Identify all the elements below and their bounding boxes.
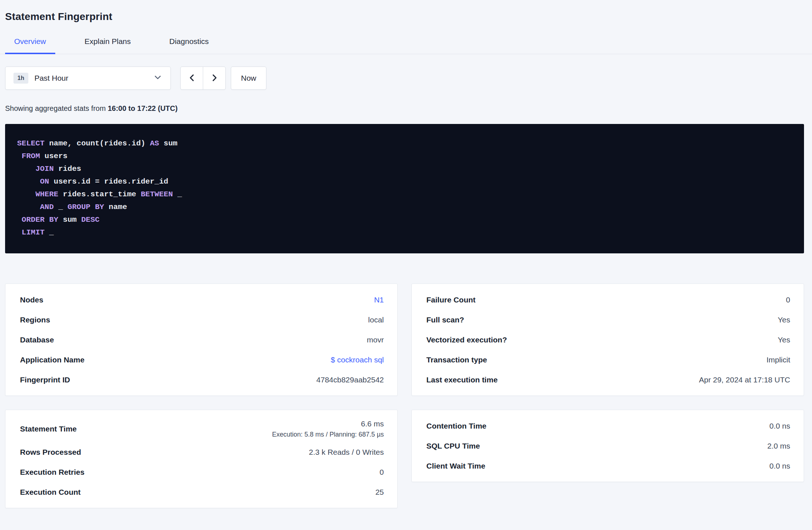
row-value-wrap: N1 [374, 296, 384, 304]
sql-text: users.id = rides.rider_id [49, 177, 168, 186]
row-value: local [368, 316, 384, 324]
row-value: Yes [778, 316, 790, 324]
sql-text: name, count(rides.id) [45, 139, 150, 148]
row-value: movr [367, 336, 384, 344]
card-row: Fingerprint ID4784cb829aab2542 [20, 370, 384, 390]
row-value-wrap: 0.0 ns [769, 462, 790, 470]
card-row: Contention Time0.0 ns [426, 416, 790, 436]
card-row: Statement Time6.6 msExecution: 5.8 ms / … [20, 416, 384, 442]
sql-keyword: DESC [81, 216, 99, 224]
row-value-wrap: 25 [375, 488, 384, 497]
summary-cards: NodesN1RegionslocalDatabasemovrApplicati… [5, 284, 804, 508]
sql-code-line: SELECT name, count(rides.id) AS sum [17, 137, 789, 150]
row-value: 25 [375, 488, 384, 497]
sql-keyword: AS [150, 139, 159, 148]
card-row: Execution Count25 [20, 482, 384, 502]
row-label: Rows Processed [20, 448, 81, 457]
sql-text: _ [173, 190, 182, 198]
summary-prefix: Showing aggregated stats from [5, 104, 108, 112]
sql-keyword: GROUP BY [68, 203, 104, 211]
sql-keyword: LIMIT [17, 228, 45, 237]
sql-text: sum [159, 139, 177, 148]
card-row: Application Name$ cockroach sql [20, 350, 384, 370]
sql-text: _ [54, 203, 68, 211]
time-range-label: Past Hour [35, 74, 154, 83]
tab-explain-plans[interactable]: Explain Plans [76, 35, 140, 54]
tab-diagnostics[interactable]: Diagnostics [160, 35, 218, 54]
row-value: Yes [778, 336, 790, 344]
sql-code: SELECT name, count(rides.id) AS sum FROM… [17, 137, 789, 239]
card-row: Execution Retries0 [20, 462, 384, 482]
chevron-right-icon [210, 74, 218, 83]
row-value-wrap: 0 [786, 296, 790, 304]
time-range-dropdown[interactable]: 1h Past Hour [5, 67, 171, 90]
previous-interval-button[interactable] [180, 67, 203, 90]
row-label: Regions [20, 316, 50, 324]
row-value: 0 [786, 296, 790, 304]
tab-overview[interactable]: Overview [5, 35, 55, 54]
row-value-wrap: movr [367, 336, 384, 344]
tab-bar: Overview Explain Plans Diagnostics [0, 35, 812, 54]
row-label: SQL CPU Time [426, 442, 480, 450]
row-label: Execution Count [20, 488, 81, 497]
row-value-link[interactable]: $ cockroach sql [331, 356, 384, 364]
row-value-wrap: local [368, 316, 384, 324]
sql-text: rides [54, 165, 81, 173]
card-row: NodesN1 [20, 290, 384, 310]
row-label: Fingerprint ID [20, 376, 70, 384]
sql-code-line: ORDER BY sum DESC [17, 213, 789, 226]
card-row: Last execution timeApr 29, 2024 at 17:18… [426, 370, 790, 390]
row-value: 0.0 ns [769, 462, 790, 470]
row-value-link[interactable]: N1 [374, 296, 384, 304]
sql-keyword: SELECT [17, 139, 45, 148]
row-value-wrap: Implicit [767, 356, 790, 364]
summary-time-range: 16:00 to 17:22 (UTC) [108, 104, 177, 112]
row-label: Failure Count [426, 296, 475, 304]
statement-fingerprint-page: Statement Fingerprint Overview Explain P… [0, 0, 812, 508]
sql-code-line: JOIN rides [17, 162, 789, 175]
row-label: Transaction type [426, 356, 487, 364]
sql-code-line: FROM users [17, 150, 789, 162]
card-execution-attributes: Failure Count0Full scan?YesVectorized ex… [411, 284, 804, 396]
card-row: Full scan?Yes [426, 310, 790, 330]
sql-code-line: ON users.id = rides.rider_id [17, 175, 789, 188]
row-value-wrap: 2.3 k Reads / 0 Writes [309, 448, 384, 457]
card-row: Vectorized execution?Yes [426, 330, 790, 350]
row-value-wrap: Apr 29, 2024 at 17:18 UTC [699, 376, 790, 384]
sql-keyword: JOIN [17, 165, 54, 173]
card-statement-times: Statement Time6.6 msExecution: 5.8 ms / … [5, 410, 398, 508]
row-label: Statement Time [20, 425, 77, 433]
row-value-wrap: 0 [379, 468, 384, 477]
time-range-badge: 1h [13, 73, 28, 84]
sql-keyword: WHERE [17, 190, 58, 198]
row-value-wrap: 0.0 ns [769, 422, 790, 430]
row-value: 2.3 k Reads / 0 Writes [309, 448, 384, 457]
card-row: Regionslocal [20, 310, 384, 330]
sql-text: users [40, 152, 68, 160]
next-interval-button[interactable] [203, 67, 226, 90]
sql-keyword: FROM [17, 152, 40, 160]
card-row: Rows Processed2.3 k Reads / 0 Writes [20, 442, 384, 462]
row-label: Nodes [20, 296, 43, 304]
sql-text: name [104, 203, 127, 211]
sql-code-line: AND _ GROUP BY name [17, 201, 789, 213]
row-value: Implicit [767, 356, 790, 364]
row-label: Last execution time [426, 376, 498, 384]
row-label: Database [20, 336, 54, 344]
row-value: Apr 29, 2024 at 17:18 UTC [699, 376, 790, 384]
row-value-wrap: Yes [778, 336, 790, 344]
sql-code-line: WHERE rides.start_time BETWEEN _ [17, 188, 789, 201]
sql-keyword: ON [17, 177, 49, 186]
card-row: Databasemovr [20, 330, 384, 350]
row-value: 0 [379, 468, 384, 477]
row-value: 0.0 ns [769, 422, 790, 430]
card-resource-times: Contention Time0.0 nsSQL CPU Time2.0 msC… [411, 410, 804, 482]
time-step-buttons [180, 67, 226, 90]
row-value-wrap: Yes [778, 316, 790, 324]
sql-keyword: ORDER BY [17, 216, 58, 224]
chevron-down-icon [154, 73, 162, 83]
now-button[interactable]: Now [231, 67, 266, 90]
row-value-wrap: $ cockroach sql [331, 356, 384, 364]
sql-text: _ [45, 228, 54, 237]
row-value-wrap: 6.6 msExecution: 5.8 ms / Planning: 687.… [272, 419, 384, 438]
